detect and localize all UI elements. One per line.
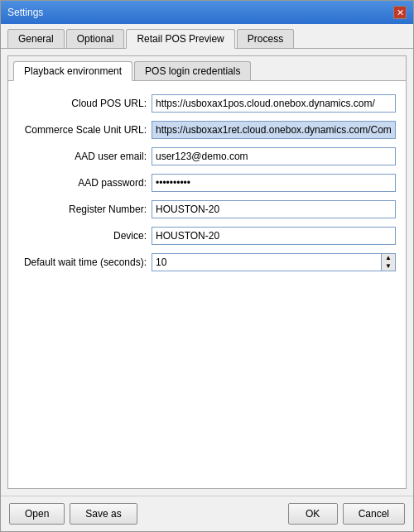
tab-pos-login-credentials[interactable]: POS login credentials [134, 61, 251, 80]
ok-button[interactable]: OK [288, 503, 338, 525]
commerce-scale-unit-url-input[interactable] [152, 121, 396, 139]
aad-password-label: AAD password: [18, 177, 147, 189]
aad-user-email-row: AAD user email: [18, 147, 396, 165]
footer: Open Save as OK Cancel [1, 496, 413, 531]
default-wait-time-row: Default wait time (seconds): ▲ ▼ [18, 253, 396, 271]
cancel-button[interactable]: Cancel [343, 503, 405, 525]
window-title: Settings [7, 7, 43, 18]
tab-playback-environment[interactable]: Playback environment [13, 61, 132, 81]
commerce-scale-unit-url-row: Commerce Scale Unit URL: [18, 121, 396, 139]
register-number-label: Register Number: [18, 204, 147, 215]
tab-process[interactable]: Process [237, 29, 294, 48]
spinner-up-button[interactable]: ▲ [382, 254, 395, 262]
save-as-button[interactable]: Save as [70, 503, 137, 525]
aad-password-input[interactable] [152, 174, 396, 192]
cloud-pos-url-label: Cloud POS URL: [18, 98, 147, 109]
default-wait-time-label: Default wait time (seconds): [18, 256, 147, 268]
cloud-pos-url-input[interactable] [152, 94, 396, 113]
device-row: Device: [18, 227, 396, 245]
aad-user-email-input[interactable] [152, 147, 396, 165]
spinner-down-button[interactable]: ▼ [382, 262, 395, 271]
footer-left: Open Save as [9, 503, 137, 525]
commerce-scale-unit-url-label: Commerce Scale Unit URL: [18, 124, 147, 136]
tab-general[interactable]: General [7, 29, 65, 48]
device-input[interactable] [152, 227, 396, 245]
spinner-buttons: ▲ ▼ [381, 253, 396, 271]
inner-tab-bar: Playback environment POS login credentia… [8, 56, 406, 81]
default-wait-time-input[interactable] [152, 253, 381, 271]
close-button[interactable]: ✕ [393, 6, 407, 19]
aad-password-row: AAD password: [18, 174, 396, 192]
open-button[interactable]: Open [9, 503, 65, 525]
settings-window: Settings ✕ General Optional Retail POS P… [0, 0, 414, 532]
main-content: Playback environment POS login credentia… [1, 49, 413, 496]
footer-right: OK Cancel [288, 503, 405, 525]
form-area: Cloud POS URL: Commerce Scale Unit URL: … [8, 81, 406, 488]
register-number-input[interactable] [152, 200, 396, 218]
inner-panel: Playback environment POS login credentia… [7, 55, 407, 489]
aad-user-email-label: AAD user email: [18, 151, 147, 162]
tab-optional[interactable]: Optional [66, 29, 125, 48]
title-bar: Settings ✕ [1, 1, 413, 24]
spinner-wrap: ▲ ▼ [152, 253, 396, 271]
register-number-row: Register Number: [18, 200, 396, 218]
cloud-pos-url-row: Cloud POS URL: [18, 94, 396, 113]
tab-retail-pos-preview[interactable]: Retail POS Preview [126, 29, 234, 49]
device-label: Device: [18, 230, 147, 242]
top-tab-bar: General Optional Retail POS Preview Proc… [1, 24, 413, 49]
